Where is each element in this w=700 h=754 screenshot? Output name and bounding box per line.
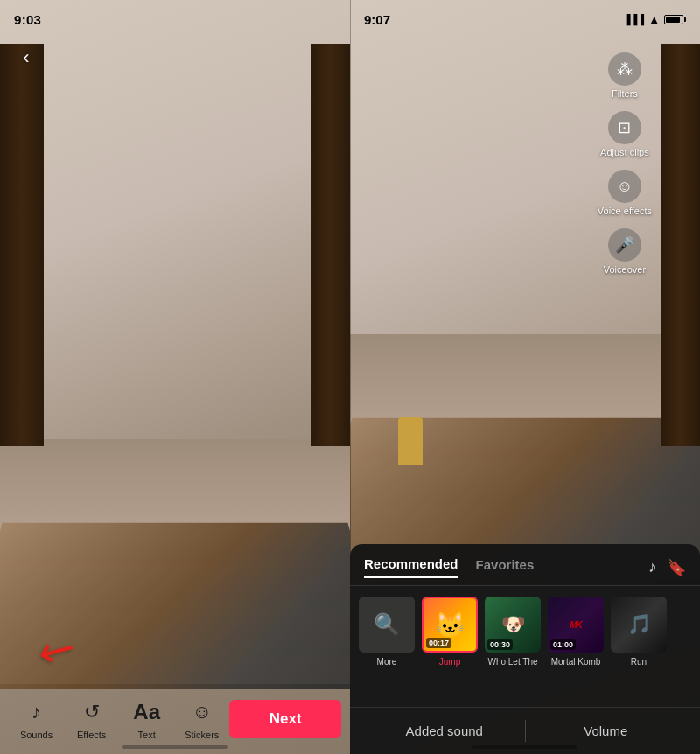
voice-effects-label: Voice effects [598,206,652,216]
music-panel: Recommended Favorites ♪ 🔖 🔍 More 🐱 00:17 [350,544,700,754]
track-label-run: Run [631,657,647,667]
track-mortal[interactable]: MK 01:00 Mortal Komb [548,597,604,667]
cabinet-right-panel [661,44,700,446]
track-label-jump: Jump [439,657,460,667]
right-side-menu: ⁂ Filters ⊡ Adjust clips ☺ Voice effects… [598,52,652,275]
bottom-toolbar: ♪ Sounds ↺ Effects Aa Text ☺ Stickers Ne… [0,684,350,754]
text-label: Text [138,730,156,740]
wholet-thumb: 🐶 00:30 [485,597,541,653]
mortal-duration: 01:00 [550,639,576,650]
track-jump[interactable]: 🐱 00:17 Jump [422,597,478,667]
added-sound-button[interactable]: Added sound [364,716,525,745]
menu-voiceover[interactable]: 🎤 Voiceover [604,228,646,275]
status-time-right: 9:07 [364,12,390,27]
tab-recommended[interactable]: Recommended [364,556,458,578]
toolbar-effects[interactable]: ↺ Effects [64,698,119,740]
menu-voice-effects[interactable]: ☺ Voice effects [598,170,652,216]
track-label-mortal: Mortal Komb [551,657,601,667]
right-panel: 9:07 ▐▐▐ ▲ ⁂ Filters ⊡ Adjust clips ☺ Vo… [350,0,700,754]
back-arrow-icon: ‹ [23,46,29,69]
tracks-row: 🔍 More 🐱 00:17 Jump 🐶 00:30 Who Let The [350,586,700,677]
filters-label: Filters [612,88,638,99]
tab-favorites[interactable]: Favorites [476,557,535,577]
music-action-icons: ♪ 🔖 [648,558,686,577]
left-panel: 9:03 ‹ ↙ ♪ Sounds ↺ Effects Aa Text ☺ St… [0,0,350,754]
wholet-duration: 00:30 [487,639,513,650]
track-wholet[interactable]: 🐶 00:30 Who Let The [485,597,541,667]
effects-label: Effects [77,730,106,740]
back-button[interactable]: ‹ [12,44,40,72]
track-search[interactable]: 🔍 More [359,597,415,667]
wifi-icon: ▲ [648,13,660,26]
menu-adjust-clips[interactable]: ⊡ Adjust clips [600,111,649,157]
search-thumb: 🔍 [359,597,415,653]
run-art: 🎵 [611,597,667,653]
toolbar-stickers[interactable]: ☺ Stickers [174,698,229,740]
bookmark-icon[interactable]: 🔖 [667,558,686,577]
next-button[interactable]: Next [229,700,341,738]
track-label-wholet: Who Let The [487,657,537,667]
toolbar-sounds[interactable]: ♪ Sounds [9,698,64,740]
status-time-left: 9:03 [14,12,41,27]
track-run[interactable]: 🎵 Run [611,597,667,667]
status-bar-left: 9:03 [0,0,350,38]
status-bar-right: 9:07 ▐▐▐ ▲ [350,0,700,38]
battery-icon [664,15,686,24]
voiceover-label: Voiceover [604,264,646,275]
signal-icon: ▐▐▐ [624,14,644,24]
status-icons: ▐▐▐ ▲ [624,13,686,26]
track-label-more: More [377,657,397,667]
volume-button[interactable]: Volume [526,716,687,745]
cabinet-left [0,44,44,446]
jump-duration: 00:17 [426,638,452,648]
filters-icon: ⁂ [608,52,641,86]
stickers-label: Stickers [185,730,219,740]
music-tabs: Recommended Favorites ♪ 🔖 [350,544,700,586]
effects-icon: ↺ [78,698,106,726]
cabinet-right [311,44,350,446]
search-icon: 🔍 [374,612,400,637]
giraffe-toy-right [398,417,423,465]
adjust-clips-label: Adjust clips [600,147,649,157]
toolbar-text[interactable]: Aa Text [119,698,174,740]
run-thumb: 🎵 [611,597,667,653]
music-notes-icon[interactable]: ♪ [648,558,656,576]
sounds-label: Sounds [20,730,52,740]
voiceover-icon: 🎤 [608,228,641,262]
text-icon: Aa [133,698,161,726]
menu-filters[interactable]: ⁂ Filters [608,52,641,99]
home-indicator-right [472,745,578,749]
mortal-thumb: MK 01:00 [548,597,604,653]
stickers-icon: ☺ [188,698,216,726]
sounds-icon: ♪ [23,698,51,726]
adjust-clips-icon: ⊡ [608,111,641,144]
voice-effects-icon: ☺ [608,170,641,203]
home-indicator-left [122,745,228,749]
jump-thumb: 🐱 00:17 [422,597,478,653]
